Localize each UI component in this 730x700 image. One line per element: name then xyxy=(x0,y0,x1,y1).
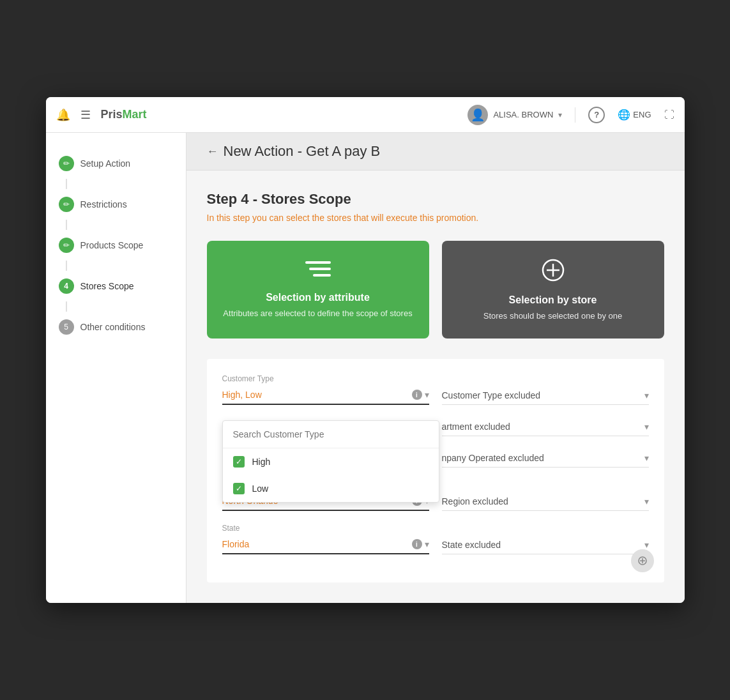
info-icon[interactable]: i xyxy=(412,390,422,400)
step-icon-3: ✏ xyxy=(59,238,74,253)
dept-chevron-icon: ▾ xyxy=(644,422,649,432)
globe-icon: 🌐 xyxy=(618,109,630,121)
store-card-title: Selection by store xyxy=(455,294,651,306)
step-description: In this step you can select the stores t… xyxy=(207,213,664,223)
user-name-label: ALISA. BROWN xyxy=(493,110,553,119)
main-layout: ✏ Setup Action ✏ Restrictions ✏ Products… xyxy=(46,133,685,603)
department-excluded-value[interactable]: artment excluded ▾ xyxy=(442,418,649,436)
sidebar-connector-1 xyxy=(66,179,67,189)
nav-bell-icon[interactable]: 🔔 xyxy=(56,108,70,122)
app-window: 🔔 ☰ PrisMart 👤 ALISA. BROWN ▾ ? 🌐 ENG ⛶ … xyxy=(46,97,685,603)
sidebar-item-other-conditions[interactable]: 5 Other conditions xyxy=(46,312,186,342)
attribute-card-title: Selection by attribute xyxy=(220,292,416,303)
sidebar-connector-4 xyxy=(66,301,67,312)
attribute-card-desc: Attributes are selected to define the sc… xyxy=(220,308,416,318)
state-info-icon[interactable]: i xyxy=(412,539,422,549)
state-text: Florida xyxy=(222,539,250,549)
user-chevron-icon: ▾ xyxy=(558,110,562,119)
customer-type-text: High, Low xyxy=(222,390,262,400)
dropdown-item-high-label: High xyxy=(252,457,271,467)
svg-rect-2 xyxy=(313,274,331,277)
store-icon xyxy=(455,259,651,287)
svg-rect-0 xyxy=(305,261,331,264)
excluded-chevron-icon: ▾ xyxy=(644,390,649,400)
state-row: State Florida i ▾ State exc xyxy=(222,524,649,554)
customer-type-value[interactable]: High, Low i ▾ xyxy=(222,386,429,405)
checkbox-high: ✓ xyxy=(233,456,245,468)
page-title: New Action - Get A pay B xyxy=(224,143,381,160)
customer-type-row: Customer Type High, Low i ▾ xyxy=(222,374,649,405)
dropdown-chevron-icon: ▾ xyxy=(425,390,429,400)
company-excluded-field[interactable]: npany Operated excluded ▾ xyxy=(442,449,649,468)
state-excl-chevron-icon: ▾ xyxy=(644,540,649,550)
selection-cards: Selection by attribute Attributes are se… xyxy=(207,241,664,339)
dropdown-search-input[interactable] xyxy=(233,429,429,439)
region-excl-chevron-icon: ▾ xyxy=(644,496,649,506)
state-chevron-icon: ▾ xyxy=(425,539,429,549)
company-chevron-icon: ▾ xyxy=(644,453,649,463)
region-excluded-text: Region excluded xyxy=(442,496,508,506)
step-title: Step 4 - Stores Scope xyxy=(207,191,664,208)
help-icon[interactable]: ? xyxy=(588,107,605,123)
avatar: 👤 xyxy=(468,105,488,125)
content-area: ← New Action - Get A pay B Step 4 - Stor… xyxy=(186,133,685,603)
company-excluded-value[interactable]: npany Operated excluded ▾ xyxy=(442,449,649,468)
sidebar-item-label: Restrictions xyxy=(80,199,127,209)
language-label: ENG xyxy=(633,110,651,119)
customer-type-label: Customer Type xyxy=(222,374,429,383)
step-icon-1: ✏ xyxy=(59,156,74,171)
sidebar-item-label: Products Scope xyxy=(80,240,144,250)
department-excluded-text: artment excluded xyxy=(442,422,510,432)
dropdown-item-high[interactable]: ✓ High xyxy=(223,448,439,475)
company-excluded-text: npany Operated excluded xyxy=(442,453,544,463)
state-label: State xyxy=(222,524,429,533)
state-excluded-field[interactable]: State excluded ▾ xyxy=(442,536,649,554)
nav-divider xyxy=(575,107,575,123)
sidebar: ✏ Setup Action ✏ Restrictions ✏ Products… xyxy=(46,133,186,603)
customer-type-excluded-field[interactable]: Customer Type excluded ▾ xyxy=(442,386,649,405)
nav-user[interactable]: 👤 ALISA. BROWN ▾ xyxy=(468,105,562,125)
customer-type-field[interactable]: Customer Type High, Low i ▾ xyxy=(222,374,429,405)
customer-type-excluded-text: Customer Type excluded xyxy=(442,390,541,400)
sidebar-item-stores-scope[interactable]: 4 Stores Scope xyxy=(46,271,186,301)
dropdown-search-container[interactable] xyxy=(223,421,439,448)
sidebar-item-label: Stores Scope xyxy=(80,281,134,291)
state-value[interactable]: Florida i ▾ xyxy=(222,535,429,554)
attribute-icon xyxy=(220,259,416,284)
sidebar-connector-3 xyxy=(66,261,67,271)
page-header: ← New Action - Get A pay B xyxy=(186,133,685,171)
nav-logo: PrisMart xyxy=(101,108,147,121)
region-excluded-field[interactable]: Region excluded ▾ xyxy=(442,492,649,511)
customer-type-dropdown: ✓ High ✓ Low xyxy=(222,420,439,503)
sidebar-item-products-scope[interactable]: ✏ Products Scope xyxy=(46,230,186,261)
state-field[interactable]: State Florida i ▾ xyxy=(222,524,429,554)
state-excluded-value[interactable]: State excluded ▾ xyxy=(442,536,649,554)
back-button[interactable]: ← xyxy=(207,145,218,158)
step-icon-2: ✏ xyxy=(59,197,74,212)
region-excluded-value[interactable]: Region excluded ▾ xyxy=(442,492,649,511)
store-card-desc: Stores should be selected one by one xyxy=(455,311,651,321)
nav-list-icon[interactable]: ☰ xyxy=(80,108,91,122)
language-selector[interactable]: 🌐 ENG xyxy=(618,109,651,121)
selection-by-store-card[interactable]: Selection by store Stores should be sele… xyxy=(442,241,664,339)
expand-icon[interactable]: ⛶ xyxy=(664,109,674,121)
state-excluded-text: State excluded xyxy=(442,540,501,550)
customer-type-excluded-value[interactable]: Customer Type excluded ▾ xyxy=(442,386,649,405)
dropdown-item-low-label: Low xyxy=(252,483,269,494)
selection-by-attribute-card[interactable]: Selection by attribute Attributes are se… xyxy=(207,241,429,339)
sidebar-item-restrictions[interactable]: ✏ Restrictions xyxy=(46,189,186,220)
department-excluded-field[interactable]: artment excluded ▾ xyxy=(442,418,649,436)
svg-rect-1 xyxy=(309,268,331,270)
sidebar-connector-2 xyxy=(66,220,67,230)
field-icons: i ▾ xyxy=(412,390,429,400)
dropdown-item-low[interactable]: ✓ Low xyxy=(223,475,439,502)
step-icon-4: 4 xyxy=(59,278,74,294)
sidebar-item-label: Setup Action xyxy=(80,158,131,169)
sidebar-item-label: Other conditions xyxy=(80,322,146,332)
scroll-down-button[interactable] xyxy=(631,549,654,572)
sidebar-item-setup-action[interactable]: ✏ Setup Action xyxy=(46,148,186,179)
step-icon-5: 5 xyxy=(59,319,74,335)
top-nav: 🔔 ☰ PrisMart 👤 ALISA. BROWN ▾ ? 🌐 ENG ⛶ xyxy=(46,97,685,133)
form-section: Customer Type High, Low i ▾ xyxy=(207,359,664,582)
state-field-icons: i ▾ xyxy=(412,539,429,549)
